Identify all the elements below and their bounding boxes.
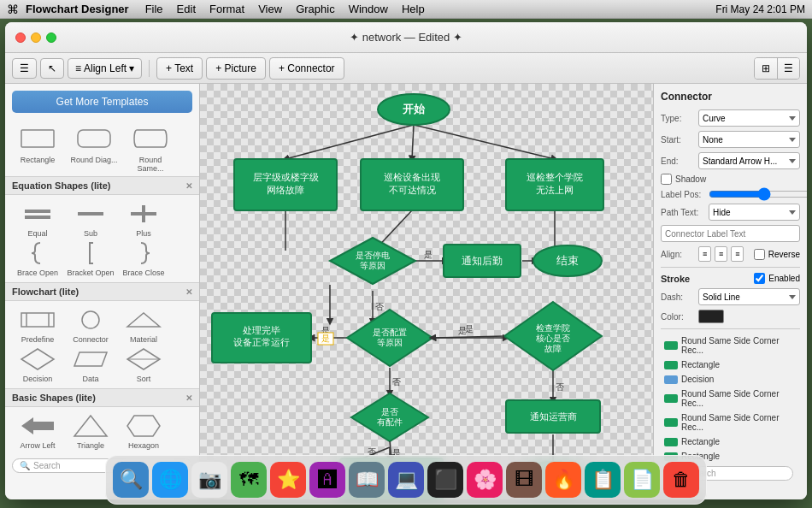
stroke-enabled-checkbox[interactable] — [754, 273, 765, 284]
shadow-label: Shadow — [675, 174, 706, 184]
shape-bracket-open[interactable]: Bracket Open — [65, 239, 116, 277]
section-equation-shapes[interactable]: Equation Shapes (lite) ✕ — [5, 176, 199, 195]
section-basic-shapes[interactable]: Basic Shapes (lite) ✕ — [5, 388, 199, 407]
shape-plus[interactable]: Plus — [118, 200, 169, 238]
align-center-btn[interactable]: ≡ — [715, 246, 727, 262]
svg-text:层字级或楼字级: 层字级或楼字级 — [253, 172, 319, 182]
cursor-button[interactable]: ↖ — [40, 58, 64, 79]
minimize-button[interactable] — [31, 32, 41, 43]
shape-brace-open[interactable]: Brace Open — [12, 239, 63, 277]
menu-graphic[interactable]: Graphic — [290, 2, 341, 16]
history-icon-4 — [664, 394, 678, 403]
shape-decision[interactable]: Decision — [12, 346, 63, 383]
history-item-1[interactable]: Round Same Side Corner Rec... — [661, 334, 800, 357]
svg-text:通知后勤: 通知后勤 — [462, 255, 503, 267]
menu-view[interactable]: View — [252, 2, 288, 16]
label-pos-row: Label Pos: 14.0 — [661, 189, 800, 199]
menu-format[interactable]: Format — [203, 2, 250, 16]
shape-hexagon[interactable]: Hexagon — [118, 412, 169, 450]
add-connector-button[interactable]: + Connector — [269, 57, 344, 80]
get-more-templates-button[interactable]: Get More Templates — [12, 91, 192, 113]
grid-view-button[interactable]: ⊞ — [755, 58, 777, 79]
shape-arrow-left[interactable]: Arrow Left — [12, 412, 63, 450]
svg-text:通知运营商: 通知运营商 — [530, 411, 577, 422]
shape-item-round-same[interactable]: Round Same... — [125, 123, 176, 173]
history-item-2[interactable]: Rectangle — [661, 358, 800, 371]
dock-dictionary[interactable]: 📖 — [349, 462, 385, 498]
rp-sep-2 — [661, 328, 800, 329]
dock-trash[interactable]: 🗑 — [663, 462, 699, 498]
shadow-checkbox[interactable] — [661, 174, 672, 185]
apple-icon: ⌘ — [7, 3, 19, 16]
history-item-5[interactable]: Round Same Side Corner Rec... — [661, 411, 800, 434]
shape-item-rectangle[interactable]: Rectangle — [12, 123, 63, 173]
svg-text:网络故障: 网络故障 — [267, 185, 304, 195]
canvas[interactable]: 是 否 是 是 否 否 是 — [200, 84, 653, 499]
dock-photos[interactable]: 📷 — [191, 462, 227, 498]
dock-app5[interactable]: 🅰 — [309, 462, 345, 498]
shape-sub[interactable]: Sub — [65, 200, 116, 238]
label-pos-slider[interactable] — [709, 189, 807, 199]
shape-triangle[interactable]: Triangle — [65, 412, 116, 450]
align-button[interactable]: ≡ Align Left ▾ — [68, 58, 142, 79]
dock-photos2[interactable]: 🌸 — [467, 462, 503, 498]
menu-file[interactable]: File — [139, 2, 169, 16]
color-swatch[interactable] — [698, 310, 724, 323]
shape-sort[interactable]: Sort — [118, 346, 169, 383]
svg-text:否: 否 — [375, 302, 384, 311]
section-flowchart[interactable]: Flowchart (lite) ✕ — [5, 282, 199, 301]
start-select[interactable]: None — [698, 131, 800, 148]
format-icon: ☰ — [20, 62, 29, 74]
shape-brace-close[interactable]: Brace Close — [118, 239, 169, 277]
dock-maps[interactable]: 🗺 — [231, 462, 267, 498]
dock-app8[interactable]: 🎞 — [506, 462, 542, 498]
svg-marker-16 — [21, 417, 54, 434]
right-panel: Connector Type: Curve Straight Orthogona… — [653, 84, 807, 499]
history-item-6[interactable]: Rectangle — [661, 435, 800, 448]
align-row: Align: ≡ ≡ ≡ Reverse — [661, 246, 800, 262]
svg-rect-2 — [134, 130, 167, 147]
align-right-btn[interactable]: ≡ — [731, 246, 744, 262]
add-picture-button[interactable]: + Picture — [206, 57, 266, 80]
format-button[interactable]: ☰ — [12, 58, 37, 79]
align-left-btn[interactable]: ≡ — [698, 246, 711, 262]
add-text-button[interactable]: + Text — [156, 57, 203, 80]
shape-item-round-diag[interactable]: Round Diag... — [68, 123, 120, 173]
history-item-4[interactable]: Round Same Side Corner Rec... — [661, 387, 800, 410]
dock-books[interactable]: ⭐ — [270, 462, 306, 498]
type-select[interactable]: Curve Straight Orthogonal — [698, 109, 800, 127]
dock-app10[interactable]: 📋 — [585, 462, 621, 498]
reverse-checkbox[interactable] — [754, 249, 765, 260]
menu-window[interactable]: Window — [343, 2, 394, 16]
menu-edit[interactable]: Edit — [171, 2, 202, 16]
shape-connector[interactable]: Connector — [65, 306, 116, 344]
list-view-button[interactable]: ☰ — [777, 58, 799, 79]
section-basic-collapse[interactable]: ✕ — [185, 393, 192, 403]
menu-help[interactable]: Help — [396, 2, 431, 16]
close-button[interactable] — [15, 32, 26, 43]
svg-text:不可达情况: 不可达情况 — [389, 185, 436, 195]
history-item-3[interactable]: Decision — [661, 373, 800, 386]
shape-predefine[interactable]: Predefine — [12, 306, 63, 344]
dock-terminal[interactable]: ⬛ — [427, 462, 463, 498]
dock-app11[interactable]: 📄 — [624, 462, 660, 498]
shape-data[interactable]: Data — [65, 346, 116, 383]
section-equation-collapse[interactable]: ✕ — [185, 181, 192, 191]
shape-material[interactable]: Material — [118, 306, 169, 344]
maximize-button[interactable] — [46, 32, 56, 43]
dock-app9[interactable]: 🔥 — [545, 462, 581, 498]
history-label-3: Decision — [681, 375, 714, 384]
align-label-rp: Align: — [661, 250, 695, 259]
shape-equal[interactable]: Equal — [12, 200, 63, 238]
app-name: Flowchart Designer — [26, 3, 129, 15]
dock-safari[interactable]: 🌐 — [152, 462, 188, 498]
shape-label-hexagon: Hexagon — [128, 441, 159, 450]
dock-finder[interactable]: 🔍 — [113, 462, 149, 498]
reverse-label: Reverse — [768, 250, 800, 259]
connector-label-input[interactable] — [661, 225, 800, 242]
path-text-select[interactable]: Hide Show — [709, 204, 800, 221]
section-flowchart-collapse[interactable]: ✕ — [185, 287, 192, 297]
end-select[interactable]: Standard Arrow H... — [698, 152, 800, 169]
dock-code[interactable]: 💻 — [388, 462, 424, 498]
dash-select[interactable]: Solid Line Dashed — [698, 288, 800, 305]
